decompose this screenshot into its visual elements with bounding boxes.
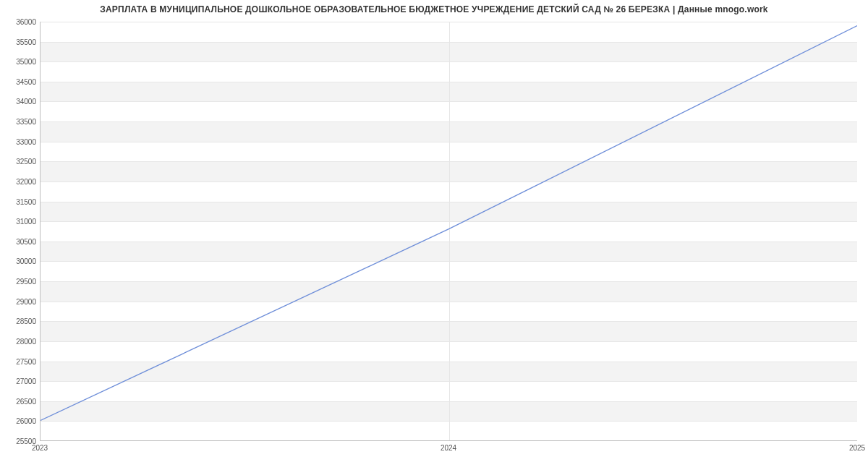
x-tick-label: 2024 — [441, 444, 456, 452]
x-tickmark — [449, 440, 450, 441]
y-tick-label: 27000 — [4, 377, 36, 385]
y-tick-label: 28000 — [4, 337, 36, 345]
y-tick-label: 35500 — [4, 38, 36, 46]
plot-area — [40, 22, 857, 441]
y-tick-label: 27500 — [4, 357, 36, 365]
y-tick-label: 30500 — [4, 237, 36, 245]
x-tick-label: 2025 — [849, 444, 865, 452]
y-tick-label: 32500 — [4, 158, 36, 166]
y-tick-label: 29000 — [4, 297, 36, 305]
y-tick-label: 36000 — [4, 18, 36, 26]
line-series — [41, 22, 857, 440]
y-tick-label: 28500 — [4, 317, 36, 325]
y-tick-label: 29500 — [4, 278, 36, 286]
y-tick-label: 26500 — [4, 397, 36, 405]
y-tick-label: 32000 — [4, 177, 36, 185]
y-tick-label: 34500 — [4, 77, 36, 85]
x-tickmark — [41, 440, 41, 441]
y-tick-label: 34000 — [4, 98, 36, 106]
chart-title: ЗАРПЛАТА В МУНИЦИПАЛЬНОЕ ДОШКОЛЬНОЕ ОБРА… — [0, 4, 868, 14]
y-tick-label: 26000 — [4, 417, 36, 425]
chart-container: ЗАРПЛАТА В МУНИЦИПАЛЬНОЕ ДОШКОЛЬНОЕ ОБРА… — [0, 0, 868, 470]
y-tick-label: 35000 — [4, 58, 36, 66]
x-tick-label: 2023 — [32, 444, 48, 452]
y-tick-label: 33500 — [4, 118, 36, 126]
y-tick-label: 33000 — [4, 137, 36, 145]
y-tick-label: 31000 — [4, 218, 36, 226]
y-tick-label: 30000 — [4, 257, 36, 265]
y-tick-label: 31500 — [4, 197, 36, 205]
